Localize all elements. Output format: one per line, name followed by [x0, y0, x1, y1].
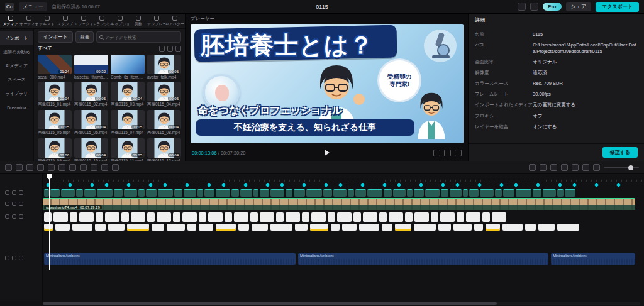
fit-icon[interactable]	[593, 164, 600, 171]
media-thumbnail[interactable]: Comb_6s_item.png	[111, 55, 145, 79]
timeline-marker[interactable]	[594, 183, 599, 187]
subtitle-clip[interactable]	[252, 224, 268, 231]
timeline-marker[interactable]	[477, 183, 482, 187]
export-button[interactable]: エクスポート	[596, 2, 639, 12]
hide-icon[interactable]	[12, 190, 16, 195]
split-icon[interactable]	[37, 164, 44, 171]
timeline-ruler[interactable]	[43, 174, 644, 182]
subtitle-clip[interactable]	[466, 212, 480, 222]
mute-icon[interactable]	[19, 256, 23, 260]
audio-clip[interactable]: Minimalism Ambient	[298, 253, 548, 265]
subtitle-clip[interactable]	[363, 212, 377, 222]
subtitle-clip[interactable]	[157, 212, 171, 222]
subtitle-clip[interactable]	[337, 212, 352, 222]
subtitle-clip[interactable]	[199, 212, 206, 222]
audio-clip[interactable]: Minimalism Ambient	[551, 253, 635, 265]
subtitle-clip[interactable]	[438, 224, 451, 231]
timeline-marker[interactable]	[514, 183, 518, 187]
layout-icon[interactable]	[518, 3, 526, 11]
sidebar-item[interactable]: スペース	[0, 73, 33, 87]
overlay-clip[interactable]	[348, 189, 354, 197]
lock-icon[interactable]	[5, 214, 9, 219]
scrollbar-thumb[interactable]	[43, 302, 497, 305]
subtitle-clip[interactable]	[187, 224, 196, 231]
overlay-clip[interactable]	[323, 189, 332, 197]
cloud-icon[interactable]	[530, 3, 538, 11]
subtitle-clip[interactable]	[199, 224, 213, 231]
subtitle-clip[interactable]	[121, 212, 129, 222]
subtitle-clip[interactable]	[342, 224, 357, 231]
playhead[interactable]	[49, 174, 50, 270]
subtitle-clip[interactable]	[44, 212, 52, 222]
overlay-clip[interactable]	[565, 189, 575, 197]
subtitle-track-1[interactable]	[43, 212, 635, 222]
subtitle-clip[interactable]	[331, 224, 340, 231]
subtitle-clip[interactable]	[414, 224, 436, 231]
timeline-marker[interactable]	[360, 183, 365, 187]
overlay-clip[interactable]	[270, 189, 284, 197]
subtitle-clip[interactable]	[53, 212, 68, 222]
overlay-clip[interactable]	[44, 189, 49, 197]
timeline-marker[interactable]	[280, 183, 284, 187]
overlay-track[interactable]	[43, 189, 635, 197]
overlay-clip[interactable]	[61, 189, 75, 197]
subtitle-clip[interactable]	[457, 212, 464, 222]
detail-value[interactable]: オンにする	[533, 124, 638, 130]
overlay-clip[interactable]	[84, 189, 96, 197]
timeline-marker[interactable]	[397, 183, 401, 187]
overlay-clip[interactable]	[204, 189, 214, 197]
filter-icon[interactable]	[175, 46, 181, 52]
overlay-clip[interactable]	[124, 189, 137, 197]
hide-icon[interactable]	[12, 256, 16, 260]
subtitle-clip[interactable]	[72, 224, 92, 231]
mute-icon[interactable]	[19, 202, 23, 206]
overlay-clip[interactable]	[260, 189, 269, 197]
timeline-marker[interactable]	[207, 183, 211, 187]
subtitle-clip[interactable]	[440, 212, 455, 222]
timeline-marker[interactable]	[302, 183, 306, 187]
hide-icon[interactable]	[12, 214, 16, 219]
overlay-clip[interactable]	[355, 189, 366, 197]
subtitle-clip[interactable]	[208, 212, 223, 222]
subtitle-clip[interactable]	[234, 212, 248, 222]
timeline-marker[interactable]	[536, 183, 540, 187]
overlay-clip[interactable]	[495, 189, 502, 197]
subtitle-clip[interactable]	[167, 224, 185, 231]
detail-value[interactable]: 0115	[533, 31, 638, 38]
subtitle-clip[interactable]	[250, 212, 258, 222]
media-tab[interactable]: メディア	[1, 14, 19, 28]
subtitle-clip[interactable]	[492, 212, 506, 222]
overlay-clip[interactable]	[384, 189, 392, 197]
overlay-clip[interactable]	[463, 189, 468, 197]
subtitle-clip[interactable]	[379, 212, 387, 222]
sidebar-item[interactable]: AIメディア	[0, 59, 33, 73]
meter-icon[interactable]	[529, 164, 536, 171]
subtitle-clip[interactable]	[173, 212, 180, 222]
grid-view-icon[interactable]	[159, 46, 165, 52]
subtitle-clip[interactable]	[295, 224, 308, 231]
lock-icon[interactable]	[5, 190, 9, 195]
subtitle-clip[interactable]	[276, 212, 284, 222]
subtitle-clip[interactable]	[95, 224, 106, 231]
subtitle-clip[interactable]	[79, 212, 94, 222]
media-tab[interactable]: オーディオ	[19, 14, 38, 28]
sidebar-item[interactable]: Dreamina	[0, 101, 33, 114]
capcut-logo-icon[interactable]: Cc	[5, 3, 14, 11]
subtitle-clip[interactable]	[359, 224, 379, 231]
subtitle-clip[interactable]	[311, 212, 326, 222]
overlay-clip[interactable]	[253, 189, 258, 197]
overlay-clip[interactable]	[146, 189, 157, 197]
detail-value[interactable]: 30.00fps	[533, 91, 638, 97]
apply-button[interactable]: 修正する	[602, 147, 638, 158]
detail-value[interactable]: 適応済	[533, 70, 638, 76]
overlay-clip[interactable]	[407, 189, 413, 197]
overlay-clip[interactable]	[543, 189, 556, 197]
mute-icon[interactable]	[19, 214, 23, 219]
timeline-marker[interactable]	[338, 183, 343, 187]
overlay-clip[interactable]	[294, 189, 305, 197]
mask-icon[interactable]	[112, 164, 119, 171]
sort-icon[interactable]	[167, 46, 173, 52]
snap-icon[interactable]	[561, 164, 568, 171]
media-thumbnail[interactable]: 00:05 画像0115_07.mp4	[111, 110, 145, 136]
subtitle-clip[interactable]	[270, 224, 292, 231]
